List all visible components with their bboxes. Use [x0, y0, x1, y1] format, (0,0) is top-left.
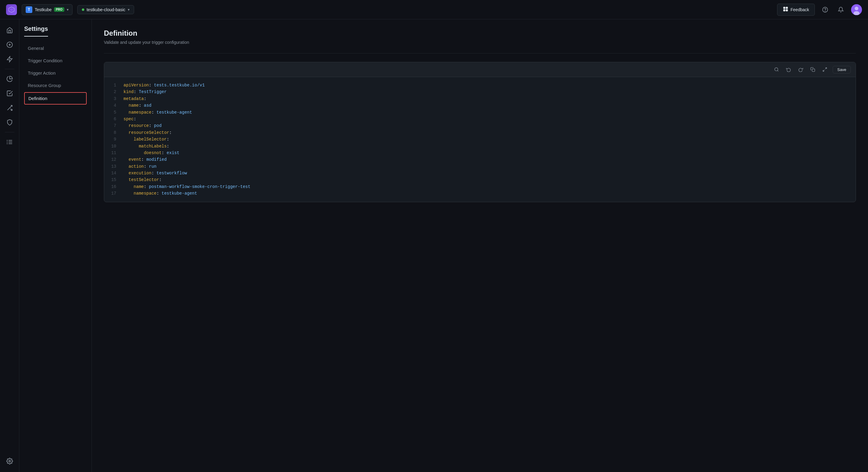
topnav: T Testkube PRO ▾ testkube-cloud-basic ▾ … [0, 0, 868, 19]
svg-rect-2 [783, 7, 785, 9]
code-line-17: namespace: testkube-agent [124, 190, 851, 197]
code-line-15: testSelector: [124, 176, 851, 183]
svg-line-25 [777, 70, 778, 71]
svg-rect-4 [783, 9, 785, 11]
nav-security[interactable] [4, 116, 16, 128]
code-content: apiVersion: tests.testkube.io/v1 kind: T… [121, 82, 856, 197]
pro-badge: PRO [54, 7, 64, 12]
chevron-down-icon: ▾ [128, 7, 130, 12]
nav-triggers[interactable] [4, 39, 16, 51]
code-line-3: metadata: [124, 95, 851, 102]
menu-item-resource-group[interactable]: Resource Group [24, 80, 87, 91]
icon-sidebar [0, 19, 19, 472]
code-line-13: action: run [124, 163, 851, 170]
nav-global-settings[interactable] [4, 455, 16, 467]
settings-title: Settings [24, 25, 48, 36]
fullscreen-icon[interactable] [820, 65, 829, 74]
sidebar-divider-2 [5, 132, 14, 132]
code-line-9: labelSelector: [124, 136, 851, 143]
feedback-label: Feedback [791, 7, 809, 12]
nav-logs[interactable] [4, 136, 16, 148]
menu-item-trigger-action[interactable]: Trigger Action [24, 67, 87, 79]
definition-header: Definition Validate and update your trig… [104, 29, 856, 45]
code-line-1: apiVersion: tests.testkube.io/v1 [124, 82, 851, 89]
settings-sidebar: Settings General Trigger Condition Trigg… [19, 19, 92, 472]
user-avatar[interactable] [851, 4, 862, 15]
menu-item-general[interactable]: General [24, 42, 87, 54]
svg-rect-3 [785, 7, 788, 9]
redo-icon[interactable] [797, 65, 805, 74]
code-line-5: namespace: testkube-agent [124, 109, 851, 116]
copy-icon[interactable] [808, 65, 817, 74]
logo-icon[interactable] [6, 4, 17, 15]
svg-point-9 [855, 7, 858, 10]
line-numbers: 12345 678910 1112131415 1617 [104, 82, 121, 197]
svg-line-27 [826, 68, 827, 69]
editor-toolbar: Save [104, 62, 856, 77]
svg-rect-5 [785, 9, 788, 11]
code-line-12: event: modified [124, 156, 851, 163]
nav-home[interactable] [4, 24, 16, 36]
slack-icon [783, 6, 788, 13]
nav-lightning[interactable] [4, 53, 16, 65]
svg-rect-26 [812, 69, 815, 71]
svg-line-28 [823, 70, 825, 71]
env-name: testkube-cloud-basic [87, 7, 125, 12]
org-name: Testkube [35, 7, 52, 12]
code-line-16: name: postman-workflow-smoke-cron-trigge… [124, 183, 851, 190]
code-line-6: spec: [124, 116, 851, 122]
definition-title: Definition [104, 29, 856, 37]
nav-analytics[interactable] [4, 73, 16, 85]
org-selector[interactable]: T Testkube PRO ▾ [22, 4, 72, 15]
nav-workflows[interactable] [4, 102, 16, 114]
section-divider [104, 53, 856, 54]
code-line-11: doesnot: exist [124, 150, 851, 156]
menu-item-definition[interactable]: Definition [24, 92, 87, 105]
settings-menu: General Trigger Condition Trigger Action… [24, 42, 87, 105]
code-line-14: execution: testworkflow [124, 170, 851, 176]
svg-point-24 [775, 68, 778, 71]
chevron-down-icon: ▾ [67, 7, 68, 12]
env-status-dot [82, 8, 84, 11]
undo-icon[interactable] [784, 65, 793, 74]
notifications-button[interactable] [835, 4, 846, 15]
help-button[interactable] [820, 4, 831, 15]
svg-marker-1 [10, 8, 13, 11]
code-line-10: matchLabels: [124, 143, 851, 150]
svg-point-23 [9, 460, 10, 462]
code-line-4: name: asd [124, 102, 851, 109]
code-line-8: resourceSelector: [124, 129, 851, 136]
feedback-button[interactable]: Feedback [777, 4, 815, 16]
sidebar-divider-1 [5, 69, 14, 69]
nav-tests[interactable] [4, 87, 16, 99]
org-avatar: T [26, 6, 32, 13]
save-button[interactable]: Save [833, 66, 851, 73]
code-editor[interactable]: 12345 678910 1112131415 1617 apiVersion:… [104, 77, 856, 202]
svg-marker-14 [7, 57, 12, 62]
definition-subtitle: Validate and update your trigger configu… [104, 40, 856, 45]
main-layout: Settings General Trigger Condition Trigg… [0, 19, 868, 472]
env-selector[interactable]: testkube-cloud-basic ▾ [77, 5, 134, 14]
content-area: Definition Validate and update your trig… [92, 19, 868, 472]
code-line-2: kind: TestTrigger [124, 89, 851, 95]
code-line-7: resource: pod [124, 122, 851, 129]
code-editor-container: Save 12345 678910 1112131415 1617 apiVer… [104, 62, 856, 202]
menu-item-trigger-condition[interactable]: Trigger Condition [24, 55, 87, 66]
search-icon[interactable] [772, 65, 781, 74]
